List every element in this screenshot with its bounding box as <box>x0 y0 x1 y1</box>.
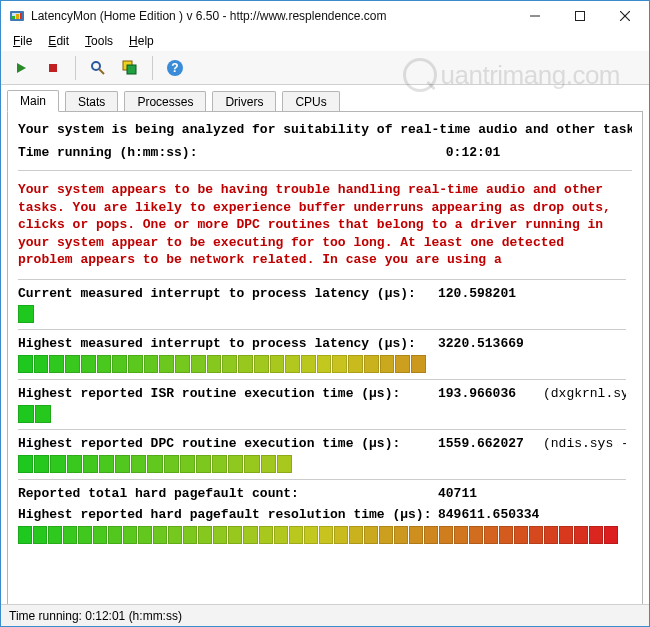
metric-label: Highest measured interrupt to process la… <box>18 336 438 351</box>
statusbar: Time running: 0:12:01 (h:mm:ss) <box>1 604 649 626</box>
app-icon <box>9 8 25 24</box>
time-running-row: Time running (h:mm:ss): 0:12:01 <box>18 145 632 160</box>
divider <box>18 170 632 171</box>
metric-current-latency: Current measured interrupt to process la… <box>18 286 626 301</box>
toolbar-separator-2 <box>152 56 153 80</box>
minimize-button[interactable] <box>512 2 557 31</box>
analysis-line: Your system is being analyzed for suitab… <box>18 122 632 137</box>
svg-rect-6 <box>575 12 584 21</box>
metric-value: 849611.650334 <box>438 507 543 522</box>
bar-highest-isr <box>18 405 618 423</box>
metric-pagefault-count: Reported total hard pagefault count: 407… <box>18 486 626 501</box>
maximize-button[interactable] <box>557 2 602 31</box>
metric-highest-isr: Highest reported ISR routine execution t… <box>18 386 626 401</box>
menu-edit-label: dit <box>56 34 69 48</box>
status-text: Time running: 0:12:01 (h:mm:ss) <box>9 609 182 623</box>
tab-main[interactable]: Main <box>7 90 59 112</box>
svg-rect-14 <box>127 65 136 74</box>
tab-drivers[interactable]: Drivers <box>212 91 276 112</box>
svg-rect-2 <box>12 16 15 19</box>
metric-label: Current measured interrupt to process la… <box>18 286 438 301</box>
metric-extra: (dxgkrnl.sys - DirectX Graphics Kernel) <box>543 386 626 401</box>
menubar: Fdocument.currentScript.previousElementS… <box>1 31 649 51</box>
menu-help[interactable]: Help <box>123 33 160 49</box>
metric-value: 1559.662027 <box>438 436 543 451</box>
time-running-value: 0:12:01 <box>446 145 501 160</box>
bar-pagefault-time <box>18 526 618 544</box>
tab-stats[interactable]: Stats <box>65 91 118 112</box>
toolbar-separator <box>75 56 76 80</box>
close-button[interactable] <box>602 2 647 31</box>
tab-content-main: Your system is being analyzed for suitab… <box>7 111 643 611</box>
metric-label: Highest reported hard pagefault resoluti… <box>18 507 438 522</box>
bar-highest-latency <box>18 355 618 373</box>
tab-processes[interactable]: Processes <box>124 91 206 112</box>
window-title: LatencyMon (Home Edition ) v 6.50 - http… <box>31 9 512 23</box>
menu-edit[interactable]: Edit <box>42 33 75 49</box>
svg-line-12 <box>99 69 104 74</box>
metric-extra: (ndis.sys - Network Driver Interface Spe… <box>543 436 626 451</box>
titlebar: LatencyMon (Home Edition ) v 6.50 - http… <box>1 1 649 31</box>
tabbar: Main Stats Processes Drivers CPUs <box>1 85 649 111</box>
divider-6 <box>18 479 626 480</box>
time-running-label: Time running (h:mm:ss): <box>18 145 438 160</box>
metric-highest-latency: Highest measured interrupt to process la… <box>18 336 626 351</box>
windows-button[interactable] <box>116 54 144 82</box>
svg-rect-10 <box>49 64 57 72</box>
svg-rect-4 <box>20 13 22 19</box>
metric-label: Highest reported ISR routine execution t… <box>18 386 438 401</box>
toolbar: ? <box>1 51 649 85</box>
metric-value: 120.598201 <box>438 286 543 301</box>
metric-label: Highest reported DPC routine execution t… <box>18 436 438 451</box>
bar-current-latency <box>18 305 618 323</box>
bar-highest-dpc <box>18 455 618 473</box>
play-button[interactable] <box>7 54 35 82</box>
metric-label: Reported total hard pagefault count: <box>18 486 438 501</box>
metric-pagefault-time: Highest reported hard pagefault resoluti… <box>18 507 626 522</box>
stop-button[interactable] <box>39 54 67 82</box>
menu-file-label: ile <box>20 34 32 48</box>
divider-4 <box>18 379 626 380</box>
help-button[interactable]: ? <box>161 54 189 82</box>
svg-text:?: ? <box>171 61 178 75</box>
menu-tools-label: ools <box>91 34 113 48</box>
metric-value: 3220.513669 <box>438 336 543 351</box>
menu-file[interactable]: Fdocument.currentScript.previousElementS… <box>7 33 38 49</box>
search-button[interactable] <box>84 54 112 82</box>
warning-text: Your system appears to be having trouble… <box>18 181 626 269</box>
svg-rect-3 <box>16 14 19 19</box>
divider-2 <box>18 279 626 280</box>
svg-marker-9 <box>17 63 26 73</box>
divider-3 <box>18 329 626 330</box>
metric-value: 40711 <box>438 486 543 501</box>
svg-point-11 <box>92 62 100 70</box>
report-scroll-area[interactable]: Your system appears to be having trouble… <box>18 181 632 581</box>
metric-highest-dpc: Highest reported DPC routine execution t… <box>18 436 626 451</box>
menu-help-label: elp <box>138 34 154 48</box>
tab-cpus[interactable]: CPUs <box>282 91 339 112</box>
metric-value: 193.966036 <box>438 386 543 401</box>
menu-tools[interactable]: Tools <box>79 33 119 49</box>
divider-5 <box>18 429 626 430</box>
